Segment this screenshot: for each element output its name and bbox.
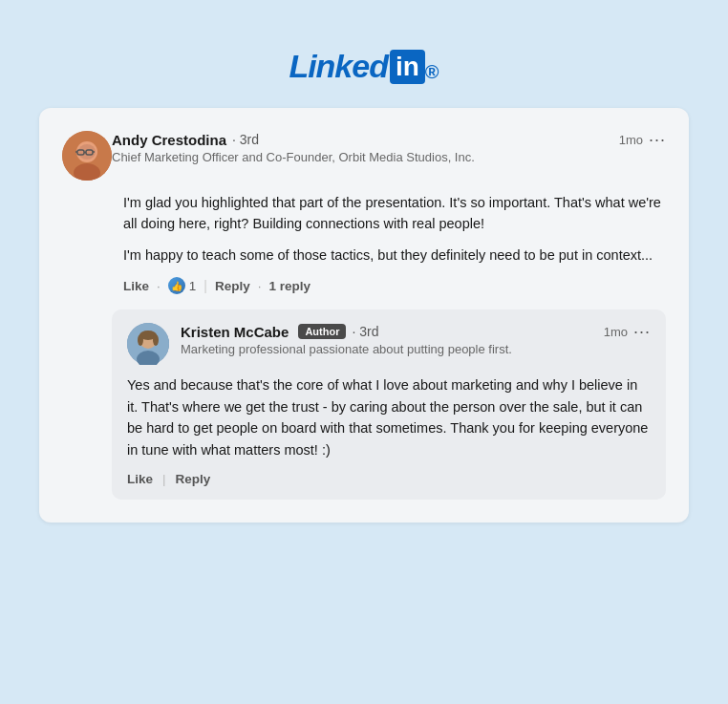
linkedin-registered: ® <box>425 61 439 83</box>
user-name-row-andy: Andy Crestodina · 3rd 1mo ··· <box>112 131 666 148</box>
reply-header-kristen: Kristen McCabe Author · 3rd 1mo ··· Mark… <box>127 323 651 365</box>
timestamp-andy: 1mo <box>619 133 643 147</box>
reply-button-andy[interactable]: Reply <box>215 279 250 293</box>
connection-degree-kristen: · 3rd <box>352 324 378 339</box>
like-icon: 👍 <box>168 277 185 294</box>
user-name-row-kristen: Kristen McCabe Author · 3rd 1mo ··· <box>181 323 651 340</box>
comment-header-andy: Andy Crestodina · 3rd 1mo ··· Chief Mark… <box>62 131 666 181</box>
action-dot-2: · <box>258 279 262 293</box>
meta-right-andy: 1mo ··· <box>619 131 666 148</box>
linkedin-wordmark: Linked <box>289 48 388 85</box>
comment-actions-andy: Like · 👍 1 | Reply · 1 reply <box>123 277 666 294</box>
avatar-andy <box>62 131 112 181</box>
user-name-andy[interactable]: Andy Crestodina <box>112 132 226 148</box>
avatar-kristen-wrapper <box>127 323 169 365</box>
user-info-andy: Andy Crestodina · 3rd 1mo ··· Chief Mark… <box>112 131 666 164</box>
comment-p1-kristen: Yes and because that's the core of what … <box>127 374 651 460</box>
like-number-andy: 1 <box>189 279 197 293</box>
user-info-kristen: Kristen McCabe Author · 3rd 1mo ··· Mark… <box>181 323 651 356</box>
comment-p2-andy: I'm happy to teach some of those tactics… <box>123 245 666 266</box>
svg-point-12 <box>138 334 143 346</box>
separator-andy: | <box>203 278 207 293</box>
user-name-kristen[interactable]: Kristen McCabe <box>181 324 289 340</box>
linkedin-logo: Linked in ® <box>289 48 439 85</box>
like-button-andy[interactable]: Like <box>123 279 149 293</box>
comment-body-kristen: Yes and because that's the core of what … <box>127 374 651 460</box>
action-dot-1: · <box>157 279 161 293</box>
like-button-kristen[interactable]: Like <box>127 472 153 486</box>
more-options-kristen[interactable]: ··· <box>633 323 651 340</box>
author-badge: Author <box>298 324 346 339</box>
more-options-andy[interactable]: ··· <box>649 131 666 148</box>
meta-right-kristen: 1mo ··· <box>604 323 651 340</box>
reply-actions-kristen: Like | Reply <box>127 472 651 486</box>
linkedin-box: in <box>390 50 425 84</box>
svg-point-13 <box>153 334 159 346</box>
divider-kristen: | <box>162 472 166 486</box>
comment-andy: Andy Crestodina · 3rd 1mo ··· Chief Mark… <box>62 131 666 294</box>
comment-kristen: Kristen McCabe Author · 3rd 1mo ··· Mark… <box>112 309 666 500</box>
replies-link-andy[interactable]: 1 reply <box>268 279 310 293</box>
page-wrapper: Linked in ® <box>19 19 709 704</box>
comment-body-andy: I'm glad you highlighted that part of th… <box>123 192 666 266</box>
reply-button-kristen[interactable]: Reply <box>176 472 211 486</box>
comment-p1-andy: I'm glad you highlighted that part of th… <box>123 192 666 235</box>
timestamp-kristen: 1mo <box>604 325 628 339</box>
like-count-andy: 👍 1 <box>168 277 197 294</box>
user-title-andy: Chief Marketing Officer and Co-Founder, … <box>112 150 666 164</box>
user-name-group-andy: Andy Crestodina · 3rd <box>112 132 259 148</box>
connection-degree-andy: · 3rd <box>232 132 259 147</box>
comments-card: Andy Crestodina · 3rd 1mo ··· Chief Mark… <box>39 108 689 523</box>
user-name-group-kristen: Kristen McCabe Author · 3rd <box>181 324 378 340</box>
reply-section: Kristen McCabe Author · 3rd 1mo ··· Mark… <box>112 309 666 500</box>
avatar-kristen <box>127 323 169 365</box>
user-title-kristen: Marketing professional passionate about … <box>181 342 651 356</box>
